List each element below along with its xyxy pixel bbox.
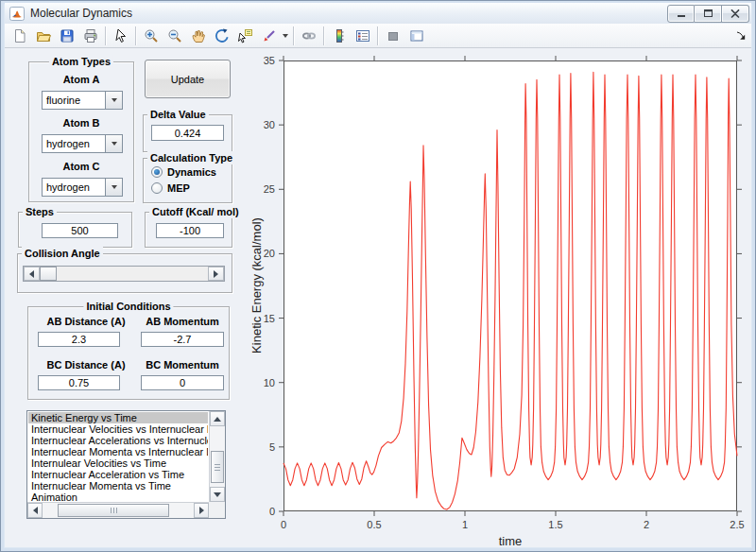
cutoff-field[interactable]: [156, 223, 224, 238]
zoom-out-button[interactable]: [163, 25, 186, 47]
link-chain-icon: [301, 28, 317, 43]
steps-panel: Steps: [18, 212, 132, 248]
dropdown-button[interactable]: [105, 92, 122, 109]
link-plot-button[interactable]: [297, 25, 320, 47]
scroll-up-button[interactable]: [210, 411, 225, 426]
calculation-type-panel: Calculation Type Dynamics MEP: [143, 158, 232, 203]
open-file-button[interactable]: [31, 25, 55, 47]
save-button[interactable]: [55, 25, 78, 47]
atom-a-select[interactable]: fluorine: [42, 91, 123, 110]
ab-momentum-field[interactable]: [141, 332, 224, 347]
svg-text:5: 5: [269, 441, 275, 453]
insert-colorbar-button[interactable]: [327, 25, 351, 47]
panel-title: Cutoff (Kcal/ mol): [149, 205, 242, 218]
atom-c-select[interactable]: hydrogen: [42, 178, 123, 197]
list-item[interactable]: Internuclear Momenta vs Internuclear Dis…: [28, 446, 208, 457]
svg-text:25: 25: [264, 183, 275, 195]
ab-distance-field[interactable]: [38, 332, 120, 347]
rotate-3d-button[interactable]: [210, 25, 233, 47]
horizontal-scroll-thumb[interactable]: [58, 504, 169, 517]
svg-text:10: 10: [264, 377, 275, 388]
list-item[interactable]: Internuclear Velocities vs Internuclear …: [28, 423, 208, 435]
toolbar-separator: [377, 26, 378, 45]
pan-button[interactable]: [186, 25, 210, 47]
slider-thumb[interactable]: [40, 267, 57, 281]
atom-b-label: Atom B: [29, 117, 133, 129]
brush-dropdown-caret[interactable]: [283, 34, 288, 38]
list-item[interactable]: Internuclear Momenta vs Time: [28, 480, 208, 492]
scroll-left-button[interactable]: [27, 503, 43, 518]
svg-text:0: 0: [269, 506, 275, 517]
list-item[interactable]: Internuclear Acceleration vs Time: [28, 469, 208, 480]
brush-icon: [262, 28, 277, 43]
pointer-button[interactable]: [109, 25, 132, 47]
zoom-in-icon: [144, 28, 159, 43]
data-cursor-icon: [238, 28, 253, 43]
zoom-in-button[interactable]: [139, 25, 163, 47]
matlab-logo-icon: [9, 7, 25, 21]
svg-text:2: 2: [644, 519, 649, 530]
arrow-right-icon: [199, 507, 204, 514]
hide-plot-tools-button[interactable]: [381, 25, 404, 47]
toolbar-separator: [323, 26, 324, 45]
window-title: Molecular Dynamics: [30, 7, 132, 20]
steps-field[interactable]: [42, 223, 118, 238]
data-cursor-button[interactable]: [233, 25, 257, 47]
minimize-icon: [677, 9, 686, 18]
list-item[interactable]: Kinetic Energy vs Time: [28, 412, 208, 423]
collision-angle-panel: Collision Angle: [17, 253, 232, 293]
maximize-icon: [703, 9, 713, 18]
initial-conditions-panel: Initial Conditions AB Distance (A) AB Mo…: [27, 306, 230, 400]
show-plot-tools-icon: [409, 28, 424, 43]
svg-text:0.5: 0.5: [367, 519, 381, 530]
scrollbar-corner: [209, 502, 225, 518]
brush-button[interactable]: [257, 25, 281, 47]
cutoff-panel: Cutoff (Kcal/ mol): [145, 212, 232, 248]
figure-client-area: Atom Types Atom A fluorine Atom B hydrog…: [5, 48, 751, 547]
svg-text:1.5: 1.5: [548, 519, 562, 530]
listbox-items: Kinetic Energy vs Time Internuclear Velo…: [28, 412, 208, 501]
atom-b-select[interactable]: hydrogen: [42, 134, 123, 153]
print-button[interactable]: [78, 25, 102, 47]
radio-dynamics[interactable]: Dynamics: [151, 166, 216, 178]
save-floppy-icon: [60, 28, 75, 43]
colorbar-icon: [332, 28, 347, 43]
update-button[interactable]: Update: [145, 60, 231, 98]
list-item[interactable]: Internulear Velocities vs Time: [28, 457, 208, 469]
scroll-down-button[interactable]: [210, 487, 225, 502]
slider-right-arrow-button[interactable]: [208, 267, 224, 281]
dropdown-button[interactable]: [105, 179, 122, 196]
panel-title: Calculation Type: [147, 151, 235, 164]
arrow-left-icon: [33, 507, 38, 514]
close-button[interactable]: [722, 5, 749, 23]
new-file-button[interactable]: [8, 25, 31, 47]
vertical-scrollbar[interactable]: [209, 411, 225, 502]
bc-momentum-field[interactable]: [141, 375, 224, 390]
delta-value-panel: Delta Value: [143, 114, 232, 152]
svg-text:1: 1: [462, 519, 468, 530]
slider-left-arrow-button[interactable]: [24, 267, 40, 281]
printer-icon: [83, 28, 98, 43]
collision-angle-slider[interactable]: [23, 266, 225, 282]
minimize-button[interactable]: [667, 5, 695, 23]
list-item[interactable]: Internuclear Accelerations vs Internucle…: [28, 435, 208, 446]
horizontal-scrollbar[interactable]: [27, 502, 209, 518]
bc-momentum-label: BC Momentum: [140, 359, 225, 371]
window-controls: [667, 5, 749, 23]
delta-value-field[interactable]: [151, 125, 224, 141]
bc-distance-field[interactable]: [38, 375, 120, 390]
maximize-button[interactable]: [695, 5, 722, 23]
window: Molecular Dynamics: [0, 0, 756, 552]
dropdown-button[interactable]: [105, 135, 122, 152]
radio-mep[interactable]: MEP: [151, 182, 190, 194]
dock-figure-icon[interactable]: [735, 30, 747, 42]
ab-momentum-label: AB Momentum: [140, 316, 225, 327]
insert-legend-button[interactable]: [351, 25, 374, 47]
vertical-scroll-thumb[interactable]: [211, 451, 224, 483]
list-item[interactable]: Animation: [28, 492, 208, 501]
svg-text:0: 0: [281, 519, 286, 530]
scroll-right-button[interactable]: [194, 503, 209, 518]
show-plot-tools-dock-button[interactable]: [404, 25, 428, 47]
plot-type-listbox: Kinetic Energy vs Time Internuclear Velo…: [26, 410, 226, 519]
svg-text:2.5: 2.5: [730, 519, 744, 530]
